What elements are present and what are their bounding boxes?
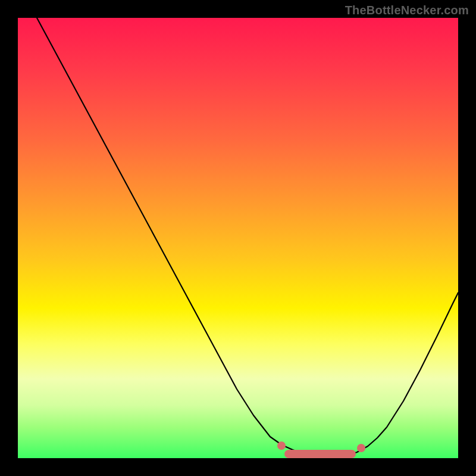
plot-area (18, 18, 458, 458)
chart-root: TheBottleNecker.com (0, 0, 476, 476)
curve-path (37, 18, 458, 457)
marker-end-dot (357, 444, 365, 452)
marker-start-dot (277, 441, 286, 450)
marker-band (284, 450, 356, 458)
bottleneck-curve (18, 18, 458, 458)
watermark-text: TheBottleNecker.com (345, 4, 469, 17)
